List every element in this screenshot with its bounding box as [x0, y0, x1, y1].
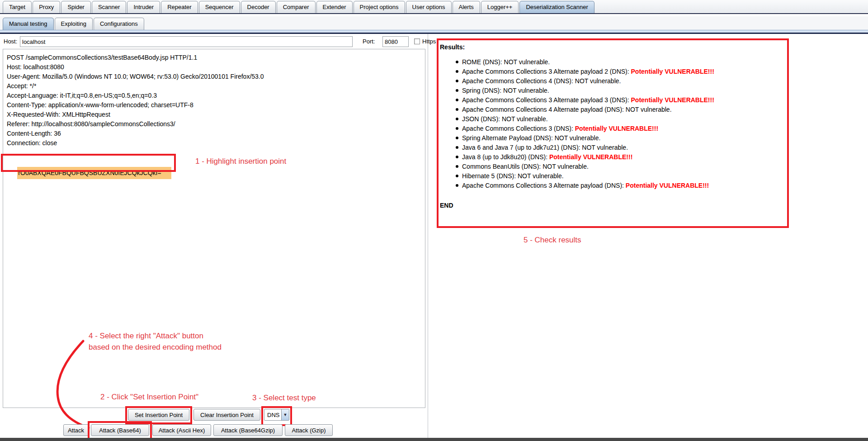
tab-decoder[interactable]: Decoder: [241, 1, 276, 13]
bullet-icon: [456, 89, 458, 92]
set-insertion-point-button[interactable]: Set Insertion Point: [128, 409, 189, 421]
attack-gzip-button[interactable]: Attack (Gzip): [285, 424, 333, 436]
result-item: Apache Commons Collections 4 (DNS): NOT …: [456, 76, 786, 86]
host-label: Host:: [4, 38, 17, 45]
https-label: Https: [422, 38, 436, 45]
test-type-select[interactable]: DNS ▼: [264, 409, 289, 421]
result-label: JSON (DNS):: [462, 115, 502, 123]
results-title: Results:: [440, 43, 465, 51]
result-item: Java 6 and Java 7 (up to Jdk7u21) (DNS):…: [456, 143, 786, 152]
result-label: Java 8 (up to Jdk8u20) (DNS):: [462, 153, 549, 161]
request-line: POST /sampleCommonsCollections3/testBase…: [7, 53, 425, 62]
tab-deserialization-scanner[interactable]: Deserialization Scanner: [519, 1, 594, 13]
bullet-icon: [456, 184, 458, 187]
sub-tab-bar: Manual testing Exploiting Configurations: [0, 16, 868, 30]
tab-intruder[interactable]: Intruder: [127, 1, 160, 13]
attack-base64-button[interactable]: Attack (Base64): [91, 424, 149, 436]
tab-alerts[interactable]: Alerts: [453, 1, 480, 13]
tab-user-options[interactable]: User options: [406, 1, 452, 13]
bullet-icon: [456, 146, 458, 149]
result-label: Apache Commons Collections 4 Alternate p…: [462, 106, 626, 113]
result-verdict: NOT vulnerable.: [542, 163, 589, 170]
result-item: Apache Commons Collections 3 Alternate p…: [456, 181, 786, 190]
request-line: Content-Type: application/x-www-form-url…: [7, 100, 425, 110]
bullet-icon: [456, 108, 458, 111]
bullet-icon: [456, 118, 458, 120]
result-item: Apache Commons Collections 3 (DNS): Pote…: [456, 124, 786, 133]
tab-proxy[interactable]: Proxy: [33, 1, 60, 13]
result-item: Java 8 (up to Jdk8u20) (DNS): Potentiall…: [456, 152, 786, 162]
result-item: Hibernate 5 (DNS): NOT vulnerable.: [456, 171, 786, 181]
result-verdict: NOT vulnerable.: [518, 172, 564, 180]
result-verdict: NOT vulnerable.: [582, 144, 628, 151]
results-end-label: END: [440, 202, 453, 209]
tab-comparer[interactable]: Comparer: [277, 1, 316, 13]
result-verdict: NOT vulnerable.: [575, 77, 621, 85]
result-label: Apache Commons Collections 3 Alternate p…: [462, 68, 631, 75]
result-label: Spring (DNS):: [462, 87, 503, 94]
result-verdict: Potentially VULNERABLE!!!: [631, 68, 714, 75]
bullet-icon: [456, 80, 458, 82]
result-item: Commons BeanUtils (DNS): NOT vulnerable.: [456, 162, 786, 171]
panel-divider: [428, 34, 428, 438]
attack-base64gzip-button[interactable]: Attack (Base64Gzip): [213, 424, 283, 436]
result-item: Apache Commons Collections 4 Alternate p…: [456, 105, 786, 114]
connection-settings-row: Host: Port: Https: [0, 36, 428, 48]
result-label: Apache Commons Collections 3 Alternate p…: [462, 96, 631, 104]
request-line: Accept-Language: it-IT,it;q=0.8,en-US;q=…: [7, 91, 425, 100]
bullet-icon: [456, 61, 458, 63]
tab-repeater[interactable]: Repeater: [161, 1, 198, 13]
bullet-icon: [456, 137, 458, 139]
port-input[interactable]: [382, 36, 409, 47]
burp-suite-window: Target Proxy Spider Scanner Intruder Rep…: [0, 0, 868, 441]
result-item: Spring Alternate Payload (DNS): NOT vuln…: [456, 133, 786, 143]
request-line: Referer: http://localhost:8080/sampleCom…: [7, 119, 425, 129]
insertion-point-selection[interactable]: rO0ABXQAE0FBQUFBQSBUZXN0IEJCQkJCQkI=: [17, 167, 171, 179]
tab-sequencer[interactable]: Sequencer: [199, 1, 240, 13]
clear-insertion-point-button[interactable]: Clear Insertion Point: [193, 409, 260, 421]
result-label: Commons BeanUtils (DNS):: [462, 163, 542, 170]
result-item: ROME (DNS): NOT vulnerable.: [456, 57, 786, 67]
result-label: Apache Commons Collections 4 (DNS):: [462, 77, 575, 85]
tab-target[interactable]: Target: [3, 1, 32, 13]
bullet-icon: [456, 99, 458, 101]
result-label: ROME (DNS):: [462, 58, 504, 66]
attack-ascii-hex-button[interactable]: Attack (Ascii Hex): [152, 424, 211, 436]
request-editor[interactable]: POST /sampleCommonsCollections3/testBase…: [3, 49, 425, 408]
result-verdict: Potentially VULNERABLE!!!: [626, 182, 709, 189]
attack-button[interactable]: Attack: [63, 424, 89, 436]
result-verdict: NOT vulnerable.: [504, 58, 550, 66]
request-line: Connection: close: [7, 138, 425, 148]
request-line: User-Agent: Mozilla/5.0 (Windows NT 10.0…: [7, 72, 425, 81]
results-list: ROME (DNS): NOT vulnerable. Apache Commo…: [456, 57, 786, 190]
tab-scanner[interactable]: Scanner: [92, 1, 126, 13]
https-checkbox[interactable]: [414, 38, 420, 44]
tab-bar-separator: [0, 30, 868, 34]
bullet-icon: [456, 175, 458, 177]
test-type-selected-value: DNS: [264, 412, 281, 418]
result-verdict: NOT vulnerable.: [502, 115, 548, 123]
port-label: Port:: [363, 38, 375, 45]
tab-project-options[interactable]: Project options: [354, 1, 405, 13]
annotation-step5: 5 - Check results: [524, 236, 581, 245]
result-item: Apache Commons Collections 3 Alternate p…: [456, 67, 786, 76]
subtab-configurations[interactable]: Configurations: [94, 18, 144, 30]
result-item: Apache Commons Collections 3 Alternate p…: [456, 95, 786, 105]
host-input[interactable]: [20, 36, 353, 47]
request-line: Content-Length: 36: [7, 129, 425, 138]
tab-spider[interactable]: Spider: [61, 1, 91, 13]
subtab-exploiting[interactable]: Exploiting: [55, 18, 93, 30]
result-label: Java 6 and Java 7 (up to Jdk7u21) (DNS):: [462, 144, 582, 151]
chevron-down-icon[interactable]: ▼: [281, 409, 289, 420]
result-verdict: NOT vulnerable.: [626, 106, 672, 113]
subtab-manual-testing[interactable]: Manual testing: [3, 18, 54, 30]
result-verdict: Potentially VULNERABLE!!!: [549, 153, 632, 161]
tab-logger[interactable]: Logger++: [481, 1, 519, 13]
result-label: Hibernate 5 (DNS):: [462, 172, 518, 180]
bullet-icon: [456, 156, 458, 158]
request-line: Accept: */*: [7, 81, 425, 91]
result-label: Apache Commons Collections 3 (DNS):: [462, 125, 575, 132]
tab-extender[interactable]: Extender: [316, 1, 353, 13]
result-label: Spring Alternate Payload (DNS):: [462, 134, 555, 142]
request-line: X-Requested-With: XMLHttpRequest: [7, 110, 425, 119]
